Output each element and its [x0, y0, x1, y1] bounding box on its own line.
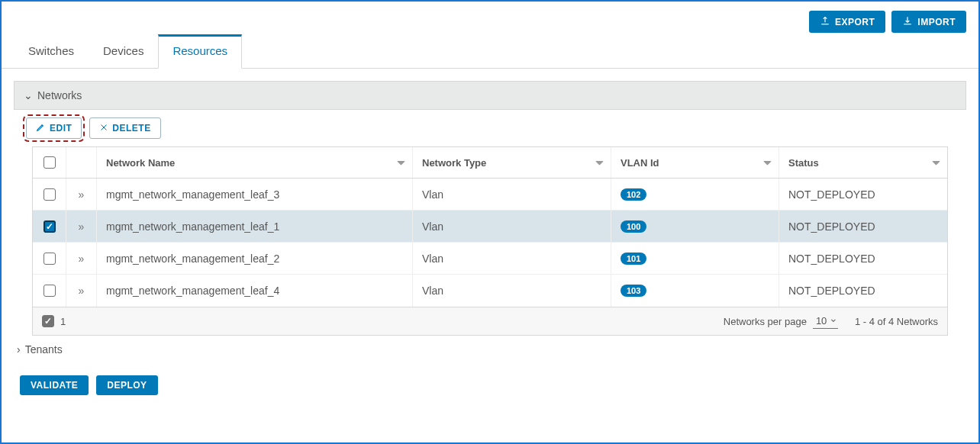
- close-icon: [99, 123, 108, 134]
- tab-devices[interactable]: Devices: [89, 34, 158, 69]
- per-page-select[interactable]: 10: [813, 314, 838, 329]
- col-header-vlan[interactable]: VLAN Id ⏷: [611, 147, 779, 178]
- vlan-badge: 102: [621, 188, 646, 201]
- filter-icon[interactable]: ⏷: [595, 157, 604, 169]
- cell-type: Vlan: [422, 285, 443, 297]
- tab-resources[interactable]: Resources: [158, 34, 242, 69]
- validate-button[interactable]: VALIDATE: [20, 375, 89, 395]
- chevron-down-icon: ⌄: [24, 89, 33, 101]
- tab-bar: Switches Devices Resources: [2, 34, 978, 69]
- table-footer: 1 Networks per page 10 1 - 4 of 4 Networ…: [33, 307, 947, 335]
- cell-name: mgmt_network_management_leaf_1: [106, 220, 279, 233]
- row-checkbox[interactable]: [44, 253, 56, 265]
- col-header-status-label: Status: [788, 157, 819, 169]
- deploy-label: DEPLOY: [107, 380, 147, 391]
- cell-status: NOT_DEPLOYED: [788, 285, 875, 297]
- expand-icon[interactable]: »: [79, 220, 85, 233]
- tenants-panel-header[interactable]: › Tenants: [14, 336, 966, 363]
- select-all-checkbox[interactable]: [44, 156, 56, 169]
- cell-type: Vlan: [422, 188, 443, 201]
- chevron-right-icon: ›: [17, 343, 21, 356]
- export-button[interactable]: EXPORT: [809, 11, 885, 33]
- networks-toolbar: EDIT DELETE: [14, 110, 966, 146]
- import-label: IMPORT: [917, 17, 956, 27]
- table-row[interactable]: »mgmt_network_management_leaf_1Vlan100NO…: [33, 211, 947, 243]
- networks-title: Networks: [37, 89, 82, 101]
- col-header-type-label: Network Type: [422, 157, 486, 169]
- row-checkbox[interactable]: [44, 188, 56, 201]
- selected-count: 1: [60, 316, 66, 327]
- tenants-title: Tenants: [25, 343, 63, 356]
- col-header-status[interactable]: Status ⏷: [779, 147, 947, 178]
- edit-button[interactable]: EDIT: [26, 117, 82, 139]
- delete-label: DELETE: [112, 123, 150, 134]
- tab-switches[interactable]: Switches: [14, 34, 89, 69]
- cell-type: Vlan: [422, 253, 443, 265]
- vlan-badge: 103: [621, 285, 646, 297]
- cell-name: mgmt_network_management_leaf_4: [106, 285, 279, 297]
- validate-label: VALIDATE: [31, 380, 78, 391]
- table-row[interactable]: »mgmt_network_management_leaf_4Vlan103NO…: [33, 275, 947, 307]
- edit-label: EDIT: [50, 123, 72, 134]
- cell-type: Vlan: [422, 220, 443, 233]
- upload-icon: [820, 15, 830, 28]
- vlan-badge: 100: [621, 220, 646, 233]
- expand-header: [66, 147, 97, 178]
- table-row[interactable]: »mgmt_network_management_leaf_2Vlan101NO…: [33, 243, 947, 275]
- cell-name: mgmt_network_management_leaf_2: [106, 253, 279, 265]
- export-label: EXPORT: [835, 17, 875, 27]
- cell-status: NOT_DEPLOYED: [788, 253, 875, 265]
- expand-icon[interactable]: »: [79, 253, 85, 265]
- networks-table: Network Name ⏷ Network Type ⏷ VLAN Id ⏷ …: [32, 146, 948, 336]
- import-button[interactable]: IMPORT: [891, 11, 966, 33]
- cell-status: NOT_DEPLOYED: [788, 188, 875, 201]
- vlan-badge: 101: [621, 253, 646, 265]
- select-all-cell: [33, 147, 66, 178]
- col-header-type[interactable]: Network Type ⏷: [413, 147, 611, 178]
- expand-icon[interactable]: »: [79, 188, 85, 201]
- cell-status: NOT_DEPLOYED: [788, 220, 875, 233]
- table-header: Network Name ⏷ Network Type ⏷ VLAN Id ⏷ …: [33, 147, 947, 179]
- per-page-label: Networks per page: [724, 316, 807, 327]
- col-header-vlan-label: VLAN Id: [621, 157, 659, 169]
- filter-icon[interactable]: ⏷: [762, 157, 772, 169]
- table-row[interactable]: »mgmt_network_management_leaf_3Vlan102NO…: [33, 179, 947, 211]
- col-header-name-label: Network Name: [106, 157, 175, 169]
- expand-icon[interactable]: »: [79, 285, 85, 297]
- networks-panel-header[interactable]: ⌄ Networks: [14, 81, 966, 110]
- delete-button[interactable]: DELETE: [89, 117, 160, 139]
- filter-icon[interactable]: ⏷: [931, 157, 941, 169]
- footer-indeterminate-checkbox[interactable]: [42, 315, 54, 327]
- top-toolbar: EXPORT IMPORT: [2, 2, 978, 33]
- row-checkbox[interactable]: [44, 285, 56, 297]
- row-checkbox[interactable]: [44, 220, 56, 233]
- download-icon: [902, 15, 913, 28]
- footer-actions: VALIDATE DEPLOY: [14, 363, 966, 407]
- cell-name: mgmt_network_management_leaf_3: [106, 188, 279, 201]
- pagination-range: 1 - 4 of 4 Networks: [855, 316, 938, 327]
- col-header-name[interactable]: Network Name ⏷: [97, 147, 413, 178]
- pencil-icon: [36, 122, 46, 134]
- content-area: ⌄ Networks EDIT DELETE Network Name ⏷: [2, 69, 978, 420]
- deploy-button[interactable]: DEPLOY: [96, 375, 157, 395]
- filter-icon[interactable]: ⏷: [396, 157, 406, 169]
